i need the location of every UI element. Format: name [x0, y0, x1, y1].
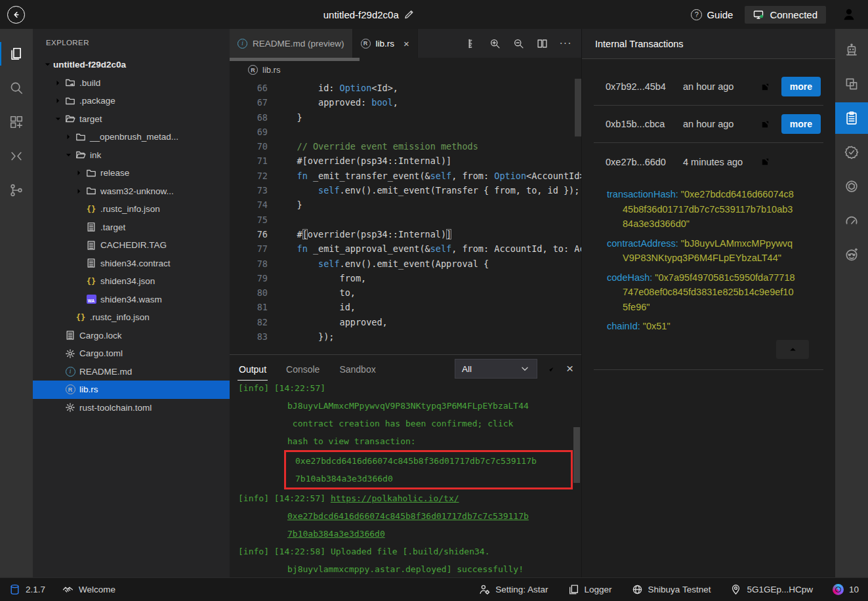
- activity-left-collapse[interactable]: [0, 140, 33, 172]
- tree-item--rustc-info-json[interactable]: {}.rustc_info.json: [33, 308, 230, 327]
- panel-tabs: OutputConsoleSandbox: [238, 358, 394, 381]
- external-link-icon[interactable]: [760, 119, 770, 129]
- activity-right-compile[interactable]: [835, 68, 868, 100]
- log-filter-select[interactable]: All: [455, 359, 537, 379]
- detail-codeHash: codeHash: "0x7a95f4970581c5950fda7771874…: [607, 270, 797, 315]
- polkadot-icon: [833, 584, 844, 595]
- editor-scrollbar[interactable]: [575, 79, 581, 136]
- tree-item-lib-rs[interactable]: Rlib.rs: [33, 381, 230, 399]
- status-5g1gep-hcpw[interactable]: 5G1GEp...HCpw: [730, 584, 813, 595]
- line-number: 77: [230, 241, 268, 256]
- editor-action-split[interactable]: [533, 34, 551, 52]
- activity-left-explorer[interactable]: [0, 38, 33, 70]
- status-left: 2.1.7Welcome: [9, 584, 133, 595]
- tree-item-shiden34-contract[interactable]: shiden34.contract: [33, 255, 230, 273]
- copy-icon: [568, 584, 579, 595]
- user-avatar-icon[interactable]: [838, 7, 860, 22]
- activity-right-ai[interactable]: [835, 171, 868, 202]
- tree-item-untitled-f29d2c0a[interactable]: untitled-f29d2c0a: [33, 56, 230, 74]
- more-button[interactable]: more: [781, 77, 821, 96]
- tree-item-shiden34-json[interactable]: {}shiden34.json: [33, 272, 230, 291]
- editor-action-zoom-out[interactable]: [509, 34, 527, 52]
- status-logger[interactable]: Logger: [568, 584, 612, 595]
- tree-item-readme-md[interactable]: iREADME.md: [33, 363, 230, 381]
- highlighted-hash-box[interactable]: 0xe27bdcd6416d66074c845b8f36d01717db7c7c…: [284, 450, 573, 489]
- log-line: contract creation has been confirmed; cl…: [238, 415, 581, 432]
- status-shibuya-testnet[interactable]: Shibuya Testnet: [632, 584, 711, 595]
- back-button[interactable]: [0, 0, 31, 29]
- explorer-header: EXPLORER: [33, 29, 230, 56]
- log-output[interactable]: [info] [14:22:57]bJ8uyvLAMmxcMPpywvqV9P8…: [230, 379, 581, 577]
- code-line-74: 74 }: [230, 197, 581, 212]
- tree-item-wasm32-unknow-[interactable]: wasm32-unknow...: [33, 182, 230, 201]
- branch-icon: [9, 183, 24, 197]
- more-button[interactable]: more: [781, 114, 821, 134]
- panel-tab-console[interactable]: Console: [285, 358, 321, 381]
- tree-item--target[interactable]: .target: [33, 218, 230, 237]
- editor-action-ruler[interactable]: [462, 34, 480, 52]
- tree-item-label: untitled-f29d2c0a: [53, 60, 126, 70]
- line-number: 83: [230, 329, 268, 344]
- code-editor[interactable]: 66 id: Option<Id>,67 approved: bool,68 }…: [230, 79, 581, 354]
- tree-item-shiden34-wasm[interactable]: WAshiden34.wasm: [33, 291, 230, 309]
- internal-transactions-panel: Internal Transactions 0x7b92...45b4an ho…: [581, 29, 835, 577]
- tree-item-label: shiden34.json: [100, 276, 155, 286]
- project-title: untitled-f29d2c0a: [323, 9, 415, 20]
- code-text: self.env().emit_event(Transfer { from, t…: [268, 183, 579, 197]
- panel-tab-sandbox[interactable]: Sandbox: [338, 358, 377, 381]
- tree-item-release[interactable]: release: [33, 164, 230, 182]
- activity-right-transactions[interactable]: [835, 102, 868, 134]
- tab-readme-md-preview-[interactable]: iREADME.md (preview): [230, 29, 353, 58]
- code-line-67: 67 approved: bool,: [230, 95, 581, 110]
- status-10[interactable]: 10: [833, 584, 859, 595]
- guide-button[interactable]: ? Guide: [691, 9, 733, 20]
- status-label: Logger: [585, 585, 612, 594]
- collapse-button[interactable]: [776, 340, 809, 359]
- external-link-icon[interactable]: [760, 82, 770, 92]
- tree-item-cargo-toml[interactable]: Cargo.toml: [33, 344, 230, 363]
- breadcrumb-label: lib.rs: [262, 65, 280, 75]
- editor-action-zoom-in[interactable]: [486, 34, 504, 52]
- tree-item--build[interactable]: .build: [33, 74, 230, 93]
- code-text: fn _emit_approval_event(&self, from: Acc…: [268, 241, 581, 256]
- close-tab-icon[interactable]: ×: [403, 38, 409, 49]
- tree-item--rustc-info-json[interactable]: {}.rustc_info.json: [33, 200, 230, 218]
- log-link[interactable]: https://polkaholic.io/tx/: [331, 493, 459, 503]
- activity-left-search[interactable]: [0, 72, 33, 104]
- tab-scrollbar[interactable]: [230, 58, 581, 61]
- breadcrumb[interactable]: R lib.rs: [230, 61, 581, 79]
- editor-action-ellipsis[interactable]: ···: [556, 34, 575, 52]
- edit-pencil-icon[interactable]: [404, 9, 415, 20]
- tree-item-cachedir-tag[interactable]: CACHEDIR.TAG: [33, 236, 230, 255]
- status-setting-astar[interactable]: Setting: Astar: [479, 584, 548, 595]
- tree-item--package[interactable]: .package: [33, 92, 230, 110]
- external-link-icon[interactable]: [760, 157, 770, 167]
- zoom-in-icon: [489, 38, 501, 49]
- activity-right-gauge[interactable]: [835, 205, 868, 236]
- tree-item-ink[interactable]: ink: [33, 146, 230, 165]
- close-panel-icon[interactable]: ×: [566, 363, 573, 374]
- activity-right-verify[interactable]: [835, 136, 868, 168]
- activity-left-extensions[interactable]: [0, 106, 33, 138]
- panel-tab-output[interactable]: Output: [238, 358, 268, 381]
- activity-right-fun[interactable]: [835, 239, 868, 270]
- boxes-icon: [844, 77, 859, 91]
- tree-item-label: .build: [79, 78, 100, 88]
- tree-item--openbrush-metad-[interactable]: __openbrush_metad...: [33, 128, 230, 146]
- code-text: }: [268, 110, 302, 125]
- activity-right-assistant[interactable]: [835, 34, 868, 66]
- person-gear-icon: [479, 584, 490, 595]
- status-2-1-7[interactable]: 2.1.7: [9, 584, 45, 595]
- tree-item-target[interactable]: target: [33, 110, 230, 129]
- activity-left-source-control[interactable]: [0, 175, 33, 206]
- log-link[interactable]: 7b10ab384a3e3d366d0: [287, 529, 385, 539]
- log-link[interactable]: 0xe27bdcd6416d66074c845b8f36d01717db7c7c…: [287, 511, 529, 521]
- status-welcome[interactable]: Welcome: [62, 584, 115, 595]
- tab-lib-rs[interactable]: Rlib.rs×: [353, 29, 418, 58]
- status-label: 5G1GEp...HCpw: [747, 585, 813, 594]
- tree-item-cargo-lock[interactable]: Cargo.lock: [33, 327, 230, 345]
- tree-item-rust-toolchain-toml[interactable]: rust-toolchain.toml: [33, 399, 230, 417]
- clear-log-icon[interactable]: [547, 363, 557, 374]
- output-scrollbar[interactable]: [573, 427, 580, 483]
- connected-button[interactable]: Connected: [745, 6, 826, 24]
